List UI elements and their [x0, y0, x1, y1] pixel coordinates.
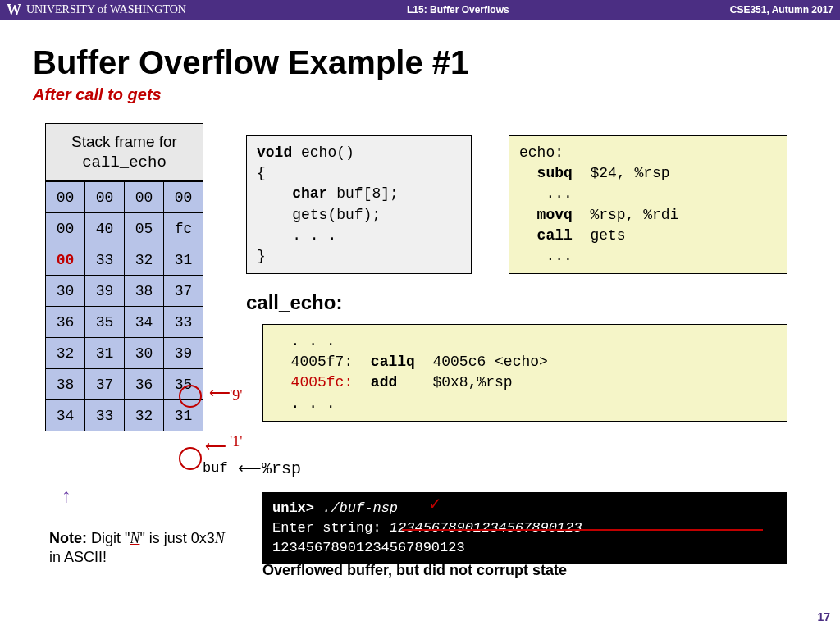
subtitle: After call to gets	[33, 85, 807, 104]
stack-byte: 32	[46, 338, 85, 369]
call-echo-asm-code: . . . 4005f7: callq 4005c6 <echo> 4005fc…	[262, 324, 788, 422]
stack-byte: 33	[85, 400, 125, 431]
stack-byte: 00	[85, 182, 125, 213]
stack-byte: 37	[85, 369, 125, 400]
w-icon: W	[7, 2, 21, 19]
page-title: Buffer Overflow Example #1	[33, 44, 807, 81]
stack-byte: 00	[125, 182, 164, 213]
page-number: 17	[817, 610, 830, 623]
stack-frame-header: Stack frame for call_echo	[45, 123, 203, 181]
stack-byte: 31	[164, 244, 203, 276]
stack-byte: 35	[85, 307, 125, 338]
red-check-icon: ✓	[428, 494, 442, 514]
slide-header: W UNIVERSITY of WASHINGTON L15: Buffer O…	[0, 0, 840, 20]
red-underline	[402, 529, 763, 531]
one-annotation: '1'	[230, 433, 243, 450]
stack-byte: fc	[164, 213, 203, 244]
stack-byte: 34	[125, 307, 164, 338]
stack-byte: 30	[46, 276, 85, 307]
stack-byte: 36	[125, 369, 164, 400]
university-name: UNIVERSITY of WASHINGTON	[26, 3, 186, 16]
stack-byte: 39	[164, 338, 203, 369]
stack-byte: 37	[164, 276, 203, 307]
stack-byte: 30	[125, 338, 164, 369]
stack-byte: 00	[46, 244, 85, 276]
stack-byte: 34	[46, 400, 85, 431]
stack-diagram: Stack frame for call_echo 00000000004005…	[45, 123, 203, 431]
stack-byte: 38	[46, 369, 85, 400]
circle-annotation-39	[179, 385, 202, 408]
stack-byte: 33	[85, 244, 125, 276]
stack-byte: 32	[125, 244, 164, 276]
ascii-note: Note: Digit "N" is just 0x3N in ASCII!	[49, 529, 230, 568]
lecture-title: L15: Buffer Overflows	[186, 4, 730, 16]
stack-byte: 05	[125, 213, 164, 244]
call-echo-label: call_echo:	[246, 291, 342, 314]
stack-byte: 36	[46, 307, 85, 338]
stack-byte: 33	[164, 307, 203, 338]
stack-byte: 40	[85, 213, 125, 244]
stack-byte: 00	[46, 213, 85, 244]
uw-logo: W UNIVERSITY of WASHINGTON	[7, 2, 186, 19]
stack-byte: 31	[85, 338, 125, 369]
buf-label: buf	[203, 460, 228, 476]
nine-annotation: '9'	[230, 387, 243, 404]
stack-byte: 38	[125, 276, 164, 307]
stack-header-line2: call_echo	[46, 153, 203, 173]
echo-c-code: void echo() { char buf[8]; gets(buf); . …	[246, 135, 472, 274]
stack-byte: 32	[125, 400, 164, 431]
echo-asm-code: echo: subq $24, %rsp ... movq %rsp, %rdi…	[509, 135, 788, 274]
circle-annotation-31	[179, 447, 202, 470]
stack-header-line1: Stack frame for	[46, 132, 203, 153]
stack-byte: 00	[46, 182, 85, 213]
overflow-message: Overflowed buffer, but did not corrupt s…	[262, 562, 567, 579]
purple-arrow-icon: ↑	[62, 484, 71, 507]
stack-byte: 00	[164, 182, 203, 213]
rsp-pointer: ⟵%rsp	[238, 458, 301, 478]
course-term: CSE351, Autumn 2017	[730, 4, 833, 16]
stack-byte: 39	[85, 276, 125, 307]
arrow-annotation-2: ⟵	[205, 437, 226, 455]
terminal-output: unix> ./buf-nsp Enter string: 1234567890…	[262, 492, 788, 564]
arrow-annotation: ⟵	[209, 384, 231, 402]
